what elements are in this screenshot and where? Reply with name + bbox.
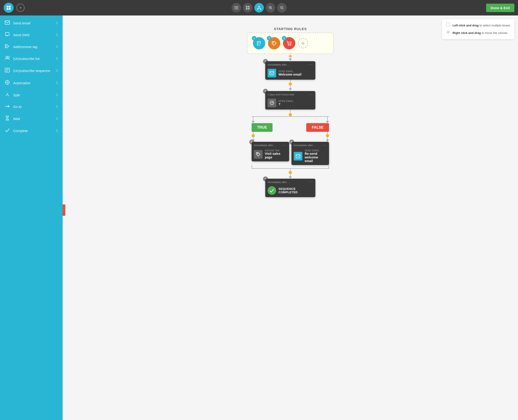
node7-menu[interactable]: ··· xyxy=(309,180,313,184)
send-sms-icon xyxy=(5,32,10,38)
drag-handle-unsubscribe-sequence[interactable]: ⠿ xyxy=(56,69,58,73)
node3-name: Welcome email xyxy=(278,73,301,76)
drag-handle-go-to[interactable]: ⠿ xyxy=(56,105,58,109)
automation-icon xyxy=(5,80,10,86)
sidebar-collapse-tab[interactable]: ⋮ xyxy=(63,204,65,216)
sidebar-label-split: Split xyxy=(13,93,20,97)
svg-point-12 xyxy=(257,9,258,10)
svg-point-62 xyxy=(257,153,258,154)
sidebar-item-automation[interactable]: Automation ⠿ xyxy=(0,77,63,89)
node4-icon xyxy=(268,98,276,107)
svg-rect-1 xyxy=(9,6,11,8)
canvas[interactable]: Left click and drag to select multiple b… xyxy=(63,15,518,420)
sidebar-item-send-sms[interactable]: Send SMS ⠿ xyxy=(0,29,63,41)
sidebar-label-send-sms: Send SMS xyxy=(13,33,30,37)
node-assign-tag[interactable]: 5 Immediately after ... ··· xyxy=(252,142,289,165)
svg-rect-6 xyxy=(234,9,238,9)
sidebar-label-unsubscribe-list: (Un)subscribe list xyxy=(13,57,40,60)
node4-timing: 1 days and 0 hours later xyxy=(268,93,294,96)
branch-horizontal-line xyxy=(252,116,329,117)
node4-menu[interactable]: ··· xyxy=(309,92,313,97)
add-remove-tag-icon xyxy=(5,44,10,49)
drag-handle-wait[interactable]: ⠿ xyxy=(56,117,58,121)
node-resend-email[interactable]: 6 Immediately after ... ··· xyxy=(292,142,329,165)
true-branch-box[interactable]: TRUE xyxy=(252,123,272,132)
starting-rule-3[interactable]: 1 xyxy=(283,37,295,49)
node5-menu[interactable]: ··· xyxy=(283,143,287,147)
svg-point-34 xyxy=(7,82,8,83)
node5-icon xyxy=(254,150,263,159)
drag-handle-automation[interactable]: ⠿ xyxy=(56,81,58,85)
svg-rect-8 xyxy=(248,6,249,8)
add-button[interactable]: + xyxy=(16,4,25,12)
sidebar-item-send-email[interactable]: Send email ⠿ xyxy=(0,17,63,29)
node6-timing: Immediately after ... xyxy=(294,144,316,147)
svg-rect-7 xyxy=(246,6,248,8)
unsubscribe-sequence-icon xyxy=(5,68,10,74)
drag-handle-complete[interactable]: ⠿ xyxy=(56,129,58,133)
node6-icon xyxy=(294,152,302,160)
sidebar: Send email ⠿ Send SMS ⠿ Add/remove tag ⠿ xyxy=(0,15,63,420)
drag-handle-unsubscribe-list[interactable]: ⠿ xyxy=(56,57,58,60)
node6-menu[interactable]: ··· xyxy=(323,143,327,147)
branch-section: TRUE FALSE xyxy=(233,110,347,197)
node6-name: Re-send welcome email xyxy=(305,152,327,163)
svg-line-18 xyxy=(271,9,272,10)
starting-rule-2[interactable]: 1 xyxy=(268,37,280,49)
drag-handle-send-sms[interactable]: ⠿ xyxy=(56,33,58,37)
svg-rect-9 xyxy=(246,8,248,10)
svg-rect-3 xyxy=(9,8,11,10)
svg-rect-63 xyxy=(296,154,300,158)
logo-icon xyxy=(4,3,14,13)
node7-timing: Immediately after ... xyxy=(268,181,290,183)
drag-handle-send-email[interactable]: ⠿ xyxy=(56,21,58,25)
sidebar-label-unsubscribe-sequence: (Un)subscribe sequence xyxy=(13,69,50,73)
grid-view-button[interactable] xyxy=(243,3,253,13)
svg-point-27 xyxy=(6,56,8,58)
flow-view-button[interactable] xyxy=(254,3,264,13)
sidebar-item-unsubscribe-list[interactable]: (Un)subscribe list ⠿ xyxy=(0,52,63,65)
drag-handle-split[interactable]: ⠿ xyxy=(56,93,58,97)
zoom-in-button[interactable] xyxy=(266,3,275,13)
node-sequence-completed[interactable]: 7 Immediately after ... ··· xyxy=(233,179,347,197)
node6-type: SEND EMAIL xyxy=(305,149,327,152)
svg-point-54 xyxy=(288,45,289,45)
done-exit-button[interactable]: Done & Exit xyxy=(486,4,514,12)
node5-timing: Immediately after ... xyxy=(254,144,276,147)
svg-rect-25 xyxy=(6,33,9,36)
svg-rect-5 xyxy=(234,8,238,8)
add-starting-rule-button[interactable] xyxy=(298,38,308,48)
starting-rule-1[interactable]: 1 xyxy=(253,37,265,49)
complete-icon xyxy=(5,128,10,133)
drag-handle-add-remove-tag[interactable]: ⠿ xyxy=(56,45,58,49)
connector-dot xyxy=(289,55,292,57)
sidebar-item-wait[interactable]: Wait ⠿ xyxy=(0,112,63,125)
node4-type: OPEN EMAIL xyxy=(278,100,293,102)
node-send-email[interactable]: 3 Immediately after ... ··· SEND EMAIL xyxy=(265,61,315,80)
topbar-center-controls xyxy=(232,3,287,13)
node3-icon xyxy=(268,69,276,77)
node3-menu[interactable]: ··· xyxy=(309,63,313,67)
wait-icon xyxy=(5,116,10,122)
sidebar-label-add-remove-tag: Add/remove tag xyxy=(13,45,37,49)
sidebar-label-send-email: Send email xyxy=(13,21,30,25)
node5-name: Visit sales page xyxy=(265,152,287,159)
main-layout: Send email ⠿ Send SMS ⠿ Add/remove tag ⠿ xyxy=(0,15,518,420)
svg-rect-44 xyxy=(6,120,9,120)
svg-point-13 xyxy=(260,9,261,10)
zoom-out-button[interactable] xyxy=(277,3,287,13)
sidebar-item-unsubscribe-sequence[interactable]: (Un)subscribe sequence ⠿ xyxy=(0,65,63,77)
send-email-icon xyxy=(5,21,10,26)
false-branch-box[interactable]: FALSE xyxy=(306,123,329,132)
svg-rect-10 xyxy=(248,8,249,10)
svg-point-53 xyxy=(273,42,274,43)
svg-point-55 xyxy=(290,45,291,45)
list-view-button[interactable] xyxy=(232,3,241,13)
unsubscribe-list-icon xyxy=(5,56,10,61)
svg-line-40 xyxy=(6,94,7,96)
sidebar-item-go-to[interactable]: Go to ⠿ xyxy=(0,101,63,112)
sidebar-item-split[interactable]: Split ⠿ xyxy=(0,89,63,101)
sidebar-item-complete[interactable]: Complete ⠿ xyxy=(0,125,63,137)
node-open-email[interactable]: 4 1 days and 0 hours later ··· OPEN EMAI… xyxy=(265,91,315,110)
sidebar-item-add-remove-tag[interactable]: Add/remove tag ⠿ xyxy=(0,41,63,52)
